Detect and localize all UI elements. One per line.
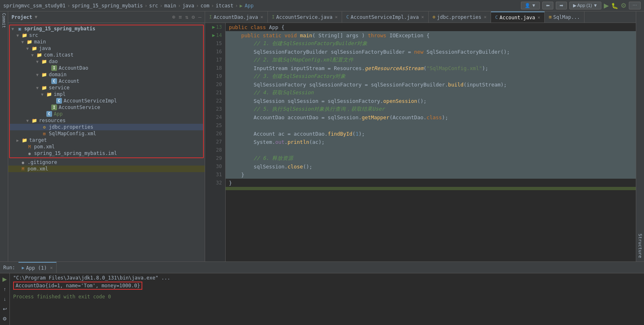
tree-accountserviceimpl-label[interactable]: AccountServiceImpl [64,98,117,104]
commit-icon[interactable]: Commit [2,13,6,28]
tree-item-account[interactable]: C Account [10,78,203,84]
tree-item-dao[interactable]: ▼ 📁 dao [10,58,203,65]
tree-item-impl[interactable]: ▼ 📁 impl [10,91,203,98]
breadcrumb-part-5[interactable]: java [183,3,194,9]
tree-comitcast-label[interactable]: com.itcast [44,52,73,58]
locate-icon[interactable]: ⊕ [172,14,176,20]
bottom-tab-close[interactable]: ✕ [50,265,53,270]
profile-button[interactable]: ⚙ [621,2,626,9]
expand-root-arrow[interactable]: ▼ [11,27,16,31]
settings-bottom-btn[interactable]: ⚙ [2,315,8,323]
tree-root-label[interactable]: spring_15_spring_mybatis [24,26,95,32]
tree-item-accountservice[interactable]: I AccountService [10,104,203,111]
breadcrumb-app[interactable]: ▶ [240,3,242,9]
tree-item-accountdao[interactable]: I AccountDao [10,65,203,71]
tree-item-comitcast[interactable]: ▼ 📁 com.itcast [10,52,203,58]
forward-btn[interactable]: ➡ [556,2,567,9]
expand-java-arrow[interactable]: ▼ [26,46,31,51]
tree-item-app[interactable]: C App [10,111,203,117]
project-dropdown-arrow[interactable]: ▼ [35,14,38,20]
tree-item-java[interactable]: ▼ 📁 java [10,45,203,52]
tree-item-service[interactable]: ▼ 📁 service [10,84,203,91]
user-btn[interactable]: 👤 ▼ [521,2,540,9]
breadcrumb-part-7[interactable]: itcast [216,3,233,9]
tree-pom-label[interactable]: pom.xml [34,144,55,150]
run-config-btn[interactable]: ▶ App (1) ▼ [569,2,601,9]
breadcrumb-part-2[interactable]: spring_15_spring_mybatis [72,3,143,9]
wrap-btn[interactable]: ↩ [2,305,8,313]
tree-main-label[interactable]: main [34,39,46,45]
tree-impl-label[interactable]: impl [54,91,66,97]
minimize-icon[interactable]: — [198,14,201,20]
tab-close-jdbc[interactable]: ✕ [484,14,487,20]
breadcrumb-part-1[interactable]: springmvc_ssm_study01 [3,3,66,9]
expand-resources-arrow[interactable]: ▼ [26,118,31,123]
breadcrumb-part-3[interactable]: src [149,3,158,9]
tree-java-label[interactable]: java [39,45,51,51]
tree-iml-label[interactable]: spring_15_spring_mybatis.iml [34,150,117,156]
tree-service-label[interactable]: service [49,85,70,91]
tab-label-accountdao[interactable]: AccountDao.java [214,14,258,20]
tree-resources-label[interactable]: resources [39,118,66,123]
tree-item-src[interactable]: ▼ 📁 src [10,32,203,39]
expand-domain-arrow[interactable]: ▼ [36,73,41,77]
tab-label-jdbc[interactable]: jdbc.properties [437,14,481,20]
structure-panel[interactable]: Structure [636,11,644,261]
tab-label-accountserviceimpl[interactable]: AccountServiceImpl.java [351,14,419,20]
settings-icon[interactable]: ⚙ [192,14,195,20]
debug-button[interactable]: 🐛 [611,2,618,9]
breadcrumb-part-6[interactable]: com [201,3,210,9]
expand-src-arrow[interactable]: ▼ [16,33,21,38]
tree-gitignore-label[interactable]: .gitignore [27,159,57,165]
bottom-tab-app-label[interactable]: App (1) [26,265,47,271]
scroll-up-btn[interactable]: ↑ [3,286,7,293]
expand-icon[interactable]: ⇅ [185,14,189,20]
tree-account-label[interactable]: Account [59,78,80,84]
tree-jdbc-label[interactable]: jdbc.properties [49,124,93,130]
expand-comitcast-arrow[interactable]: ▼ [31,53,36,57]
run-button[interactable]: ▶ [604,2,609,9]
breadcrumb-part-4[interactable]: main [164,3,176,9]
tab-close-accountserviceimpl[interactable]: ✕ [421,14,424,20]
tab-label-accountservice[interactable]: AccountService.java [276,14,332,20]
tab-label-sqlmap[interactable]: SqlMap... [553,14,580,20]
tree-src-label[interactable]: src [29,32,38,38]
tab-accountdao[interactable]: I AccountDao.java ✕ [205,11,268,23]
structure-label[interactable]: Structure [637,234,643,258]
tree-item-gitignore[interactable]: ◉ .gitignore [8,159,205,166]
tree-domain-label[interactable]: domain [49,72,66,77]
tree-item-root[interactable]: ▼ ▣ spring_15_spring_mybatis [10,25,203,32]
tab-sqlmap[interactable]: ⊞ SqlMap... [545,11,585,23]
breadcrumb-app-label[interactable]: App [245,3,254,9]
tab-jdbc[interactable]: ⚙ jdbc.properties ✕ [429,11,491,23]
tab-close-account[interactable]: ✕ [538,15,541,20]
tree-item-target[interactable]: ▶ 📁 target [10,137,203,143]
expand-target-arrow[interactable]: ▶ [16,138,21,143]
expand-main-arrow[interactable]: ▼ [21,40,26,44]
tree-item-pom-root[interactable]: M pom.xml [8,166,205,172]
back-btn[interactable]: ⬅ [542,2,553,9]
tree-item-domain[interactable]: ▼ 📁 domain [10,71,203,78]
tree-item-sqlmapconfig[interactable]: ⊞ SqlMapConfig.xml [10,130,203,137]
tree-item-pom[interactable]: M pom.xml [10,143,203,150]
tab-close-accountservice[interactable]: ✕ [335,14,338,20]
collapse-icon[interactable]: ≡ [179,14,182,20]
tree-target-label[interactable]: target [29,137,47,143]
expand-impl-arrow[interactable]: ▼ [41,92,46,97]
tree-item-main[interactable]: ▼ 📁 main [10,39,203,45]
tree-dao-label[interactable]: dao [49,59,58,64]
tree-item-resources[interactable]: ▼ 📁 resources [10,117,203,124]
tree-accountdao-label[interactable]: AccountDao [59,65,88,71]
tree-pom-root-label[interactable]: pom.xml [27,166,48,172]
tree-item-accountserviceimpl[interactable]: C AccountServiceImpl [10,98,203,104]
scroll-down-btn[interactable]: ↓ [3,295,7,303]
tab-close-accountdao[interactable]: ✕ [260,14,263,20]
tab-account[interactable]: C Account.java ✕ [491,11,545,23]
tree-accountservice-label[interactable]: AccountService [59,105,100,110]
tree-sqlmapconfig-label[interactable]: SqlMapConfig.xml [49,131,96,136]
tree-app-label[interactable]: App [54,111,63,117]
tab-accountservice[interactable]: I AccountService.java ✕ [268,11,343,23]
tree-item-jdbc[interactable]: ⚙ jdbc.properties [10,124,203,130]
tree-item-iml[interactable]: ◉ spring_15_spring_mybatis.iml [10,150,203,157]
tab-accountserviceimpl[interactable]: C AccountServiceImpl.java ✕ [342,11,428,23]
